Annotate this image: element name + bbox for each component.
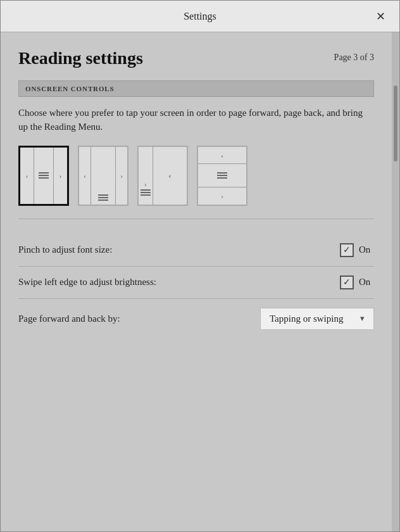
layout1-right-zone: › <box>53 148 67 204</box>
menu-line <box>98 197 108 198</box>
page-header: Reading settings Page 3 of 3 <box>18 48 374 69</box>
layout3-left-zone: › <box>139 147 153 205</box>
layout-option-2[interactable]: ‹ › <box>78 146 128 206</box>
menu-lines-3 <box>141 189 151 196</box>
menu-line <box>39 172 49 174</box>
nav-left-icon-3: ‹ <box>168 170 171 180</box>
layout3-right-zone: ‹ <box>153 147 187 205</box>
nav-right-icon-1: › <box>59 172 62 179</box>
menu-line <box>217 172 227 174</box>
pinch-font-row: Pinch to adjust font size: ✓ On <box>18 234 374 267</box>
window-title: Settings <box>184 11 216 22</box>
menu-line <box>39 175 49 176</box>
page-forward-value: Tapping or swiping <box>270 314 343 324</box>
main-content: Reading settings Page 3 of 3 ONSCREEN CO… <box>1 32 392 531</box>
menu-line <box>141 189 151 191</box>
checkmark-icon-2: ✓ <box>343 277 351 288</box>
content-area: Reading settings Page 3 of 3 ONSCREEN CO… <box>1 32 399 531</box>
pinch-font-status: On <box>359 244 374 255</box>
swipe-brightness-checkbox[interactable]: ✓ <box>340 276 354 289</box>
layout-option-4[interactable]: ‹ › <box>197 146 247 206</box>
menu-line <box>141 194 151 196</box>
layout1-left-zone: ‹ <box>20 148 34 204</box>
menu-lines-2 <box>98 194 108 201</box>
page-indicator: Page 3 of 3 <box>334 48 374 63</box>
scrollbar-thumb[interactable] <box>394 86 397 162</box>
menu-line <box>98 194 108 196</box>
layout4-middle-zone <box>198 164 246 187</box>
pinch-font-checkbox[interactable]: ✓ <box>340 243 354 257</box>
menu-line <box>141 192 151 193</box>
close-icon: ✕ <box>376 10 385 23</box>
layout4-top-zone: ‹ <box>198 147 246 164</box>
layout1-center-zone <box>34 148 53 204</box>
menu-line <box>39 177 49 179</box>
onscreen-controls-description: Choose where you prefer to tap your scre… <box>18 106 374 134</box>
menu-line <box>217 177 227 179</box>
menu-lines-4 <box>217 172 227 179</box>
layout2-right-zone: › <box>115 147 127 205</box>
layout2-left-zone: ‹ <box>79 147 91 205</box>
layout2-center-zone <box>91 147 115 205</box>
chevron-down-icon: ▾ <box>360 314 365 324</box>
swipe-brightness-row: Swipe left edge to adjust brightness: ✓ … <box>18 267 374 299</box>
page-forward-select[interactable]: Tapping or swiping ▾ <box>260 308 374 330</box>
checkmark-icon-1: ✓ <box>343 244 351 255</box>
nav-right-icon-2: › <box>120 172 123 179</box>
pinch-font-control: ✓ On <box>340 243 374 257</box>
menu-line <box>98 200 108 201</box>
title-bar: Settings ✕ <box>1 1 399 32</box>
layout4-bottom-zone: › <box>198 187 246 204</box>
swipe-brightness-status: On <box>359 277 374 288</box>
layout-options: ‹ › <box>18 146 374 219</box>
section-header-label: ONSCREEN CONTROLS <box>25 85 115 92</box>
menu-line <box>217 175 227 176</box>
nav-left-icon-4: ‹ <box>221 151 223 159</box>
scrollbar[interactable] <box>392 32 399 531</box>
swipe-brightness-label: Swipe left edge to adjust brightness: <box>18 277 156 288</box>
pinch-font-label: Pinch to adjust font size: <box>18 244 112 255</box>
nav-left-icon-2: ‹ <box>84 172 86 179</box>
nav-right-icon-4: › <box>221 192 223 200</box>
page-title: Reading settings <box>18 48 143 69</box>
page-forward-row: Page forward and back by: Tapping or swi… <box>18 299 374 339</box>
nav-left-icon-1: ‹ <box>26 172 28 179</box>
page-forward-label: Page forward and back by: <box>18 314 120 324</box>
layout-option-1[interactable]: ‹ › <box>18 146 69 206</box>
layout-option-3[interactable]: › ‹ <box>137 146 188 206</box>
section-header-onscreen-controls: ONSCREEN CONTROLS <box>18 80 374 97</box>
menu-lines-1 <box>39 172 49 179</box>
nav-right-icon-3: › <box>144 180 147 187</box>
swipe-brightness-control: ✓ On <box>340 276 374 289</box>
settings-window: Settings ✕ Reading settings Page 3 of 3 … <box>0 0 400 532</box>
close-button[interactable]: ✕ <box>372 8 389 25</box>
